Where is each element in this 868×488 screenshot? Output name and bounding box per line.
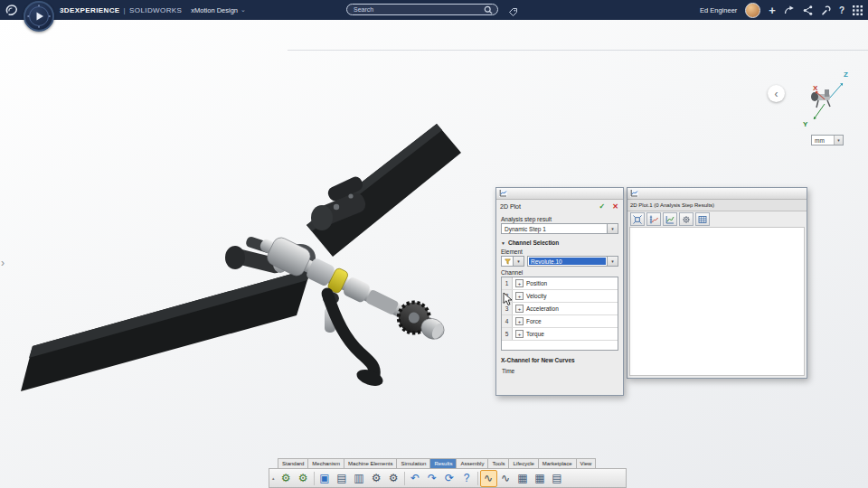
library-icon[interactable]: ▥ xyxy=(351,470,368,487)
orientation-triad[interactable] xyxy=(788,67,861,137)
channel-label: Channel xyxy=(501,269,618,276)
cancel-button[interactable]: ✕ xyxy=(612,202,618,211)
expand-plus-icon[interactable]: + xyxy=(515,292,524,300)
rotor-blade-lower[interactable] xyxy=(21,268,311,391)
element-filter-dropdown[interactable] xyxy=(501,256,524,267)
plot-settings-gear-icon[interactable] xyxy=(679,212,693,226)
search-bar[interactable] xyxy=(346,4,498,15)
axis-z-label: Z xyxy=(844,70,848,79)
data-table-icon[interactable] xyxy=(695,212,710,226)
refresh-icon[interactable]: ⟳ xyxy=(441,470,458,487)
channel-table: 1 + Position 2 + Velocity 3 + Accelerati… xyxy=(501,277,618,351)
channel-row-acceleration[interactable]: 3 + Acceleration xyxy=(502,303,618,315)
element-combobox[interactable]: Revolute.10 xyxy=(527,256,618,267)
curve-chart-icon[interactable] xyxy=(663,212,677,226)
plot-window-caption: 2D Plot.1 (0 Analysis Step Results) xyxy=(627,200,807,211)
tab-tools[interactable]: Tools xyxy=(487,458,508,468)
redo-icon[interactable]: ↷ xyxy=(424,470,441,487)
channel-row-force[interactable]: 4 + Force xyxy=(502,315,618,328)
help-icon[interactable]: ? xyxy=(839,5,844,15)
plot-dialog-titlebar[interactable] xyxy=(496,188,623,200)
user-avatar[interactable] xyxy=(745,3,760,18)
help-icon[interactable]: ? xyxy=(458,470,476,487)
copy-results-icon[interactable]: ▤ xyxy=(334,470,351,487)
units-dropdown[interactable]: mm xyxy=(811,135,844,145)
search-input[interactable] xyxy=(352,6,484,13)
axis-y-label: Y xyxy=(803,120,807,128)
dialog-title: 2D Plot xyxy=(500,203,599,210)
x-channel-header: X-Channel for New Curves xyxy=(501,357,618,363)
motion-settings-icon[interactable]: ⚙ xyxy=(295,470,312,487)
user-name[interactable]: Ed Engineer xyxy=(700,6,737,14)
mechanism-icon[interactable]: ⚙ xyxy=(385,470,402,487)
tab-mechanism[interactable]: Mechanism xyxy=(307,458,344,468)
tab-standard[interactable]: Standard xyxy=(278,458,307,468)
ribbon-tabs: Standard Mechanism Machine Elements Simu… xyxy=(269,458,627,468)
gear-pair-icon[interactable]: ⚙ xyxy=(368,470,385,487)
export-report-icon[interactable]: ▤ xyxy=(549,470,566,487)
app-grid-icon[interactable] xyxy=(853,5,863,15)
toolbar-separator xyxy=(404,472,405,485)
results-table-icon[interactable]: ▦ xyxy=(514,470,532,487)
tab-lifecycle[interactable]: Lifecycle xyxy=(508,458,537,468)
axis-x-label: X xyxy=(813,84,817,92)
expand-plus-icon[interactable]: + xyxy=(515,330,524,338)
expand-left-panel-icon[interactable]: › xyxy=(1,257,5,269)
3d-viewport[interactable]: › xyxy=(0,20,868,488)
3dexperience-compass-icon[interactable] xyxy=(24,1,54,32)
search-icon[interactable] xyxy=(484,2,493,18)
tab-machine-elements[interactable]: Machine Elements xyxy=(344,458,396,468)
plot-window-icon xyxy=(630,189,638,198)
ok-button[interactable]: ✓ xyxy=(599,202,606,211)
collapse-ribbon-icon[interactable] xyxy=(272,475,275,481)
channel-selection-section[interactable]: Channel Selection xyxy=(501,239,618,246)
tools-wrench-icon[interactable] xyxy=(821,5,831,15)
run-simulation-icon[interactable]: ⚙ xyxy=(278,470,295,487)
plot-canvas[interactable] xyxy=(629,227,805,376)
previous-view-button[interactable]: ‹ xyxy=(768,85,785,102)
plot-dialog: 2D Plot ✓ ✕ Analysis step result Dynamic… xyxy=(495,187,624,396)
analysis-step-label: Analysis step result xyxy=(501,216,618,222)
x-channel-value[interactable]: Time xyxy=(501,368,618,374)
tag-icon[interactable] xyxy=(508,5,518,21)
save-icon[interactable]: ▣ xyxy=(316,470,334,487)
undo-icon[interactable]: ↶ xyxy=(407,470,424,487)
share-forward-icon[interactable] xyxy=(784,5,795,14)
chevron-down-icon[interactable] xyxy=(607,257,618,266)
panel-divider xyxy=(288,50,868,51)
fit-view-icon[interactable] xyxy=(630,212,645,226)
plot-2d-icon[interactable]: ∿ xyxy=(480,470,497,487)
rotor-assembly-model[interactable] xyxy=(9,124,470,395)
tab-view[interactable]: View xyxy=(576,458,597,468)
element-label: Element xyxy=(501,249,618,255)
brand-3dexperience: 3DEXPERIENCE xyxy=(60,6,120,14)
channel-row-position[interactable]: 1 + Position xyxy=(502,277,618,290)
chevron-down-icon[interactable] xyxy=(607,224,618,233)
app-window: 3DEXPERIENCE | SOLIDWORKS xMotion Design… xyxy=(0,0,868,488)
expand-plus-icon[interactable]: + xyxy=(515,279,524,287)
units-value: mm xyxy=(812,136,834,145)
add-content-icon[interactable]: + xyxy=(769,5,776,16)
tab-assembly[interactable]: Assembly xyxy=(456,458,487,468)
toolbar-separator xyxy=(314,472,315,485)
tab-simulation[interactable]: Simulation xyxy=(396,458,429,468)
plot-window-titlebar[interactable] xyxy=(627,188,807,200)
tab-marketplace[interactable]: Marketplace xyxy=(538,458,576,468)
channel-row-velocity[interactable]: 2 + Velocity xyxy=(502,290,618,303)
channel-row-torque[interactable]: 5 + Torque xyxy=(502,328,618,341)
chevron-down-icon[interactable] xyxy=(513,257,524,266)
element-value: Revolute.10 xyxy=(529,258,606,265)
chevron-down-icon: ⌄ xyxy=(241,6,246,14)
expand-plus-icon[interactable]: + xyxy=(515,305,524,313)
spreadsheet-icon[interactable]: ▦ xyxy=(532,470,549,487)
tab-results[interactable]: Results xyxy=(429,458,456,468)
workspace-switcher[interactable]: xMotion Design ⌄ xyxy=(191,6,246,14)
y-axis-options-icon[interactable] xyxy=(646,212,661,226)
collapse-triangle-icon xyxy=(501,239,505,246)
chevron-down-icon[interactable] xyxy=(834,136,843,145)
share-nodes-icon[interactable] xyxy=(803,5,813,15)
expand-plus-icon[interactable]: + xyxy=(515,317,524,325)
plot-result-window: 2D Plot.1 (0 Analysis Step Results) xyxy=(627,187,807,379)
plot-3d-icon[interactable]: ∿ xyxy=(497,470,514,487)
analysis-step-dropdown[interactable]: Dynamic Step 1 xyxy=(501,223,618,234)
